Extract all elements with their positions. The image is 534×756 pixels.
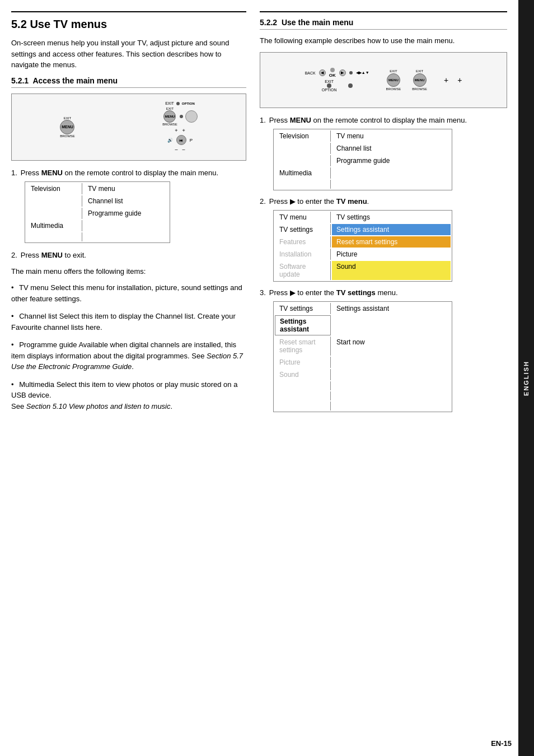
table-row: Installation Picture	[275, 249, 451, 260]
table-cell: Settings assistant	[332, 303, 451, 314]
right-intro: The following example describes how to u…	[260, 35, 507, 46]
table-row: Programme guide	[26, 208, 168, 219]
table-cell	[26, 232, 82, 241]
table-cell	[332, 381, 451, 390]
step-1-text: Press MENU on the remote control to disp…	[21, 169, 218, 177]
table-row: TV settings Settings assistant	[275, 303, 451, 314]
table-cell: Television	[26, 183, 82, 194]
table-cell	[332, 167, 451, 179]
menu-table-right-1: Television TV menu Channel list Programm…	[273, 129, 452, 190]
table-cell software-update: Software update	[275, 261, 331, 280]
table-row: Settings assistant	[275, 315, 451, 335]
table-cell: Multimedia	[26, 220, 82, 231]
table-cell: TV settings	[332, 212, 451, 223]
table-cell: Reset smart settings	[332, 236, 451, 248]
table-cell	[26, 208, 82, 219]
table-cell highlight-blue: Settings assistant	[332, 224, 451, 235]
menu-table-right-2: TV menu TV settings TV settings Settings…	[273, 210, 452, 282]
bullet-title-mm: Multimedia	[19, 380, 54, 389]
list-item-programme: • Programme guide Available when digital…	[11, 339, 246, 372]
table-cell: TV settings	[275, 303, 331, 314]
table-cell: TV menu	[83, 183, 168, 194]
table-row: Television TV menu	[275, 130, 451, 142]
table-cell: Programme guide	[332, 155, 451, 166]
list-item-channellist: • Channel list Select this item to displ…	[11, 311, 246, 333]
step-1-right-text: Press MENU on the remote control to disp…	[269, 116, 467, 124]
list-item-tvmenu: • TV menu Select this menu for installat…	[11, 282, 246, 304]
table-cell: Channel list	[332, 143, 451, 154]
table-cell: Television	[275, 130, 331, 142]
step-2-text: Press MENU to exit.	[21, 251, 86, 259]
bullet-title-tv: TV menu	[19, 283, 49, 292]
table-row: Picture	[275, 357, 451, 368]
table-row	[275, 381, 451, 390]
subsection-title-521: 5.2.1 Access the main menu	[11, 76, 246, 88]
table-row: Multimedia	[26, 220, 168, 231]
step-1-right: 1. Press MENU on the remote control to d…	[260, 116, 507, 124]
table-row	[26, 232, 168, 241]
table-cell: TV settings	[275, 224, 331, 235]
right-column: 5.2.2 Use the main menu The following ex…	[260, 11, 507, 745]
table-cell: TV menu	[275, 212, 331, 223]
table-cell	[83, 220, 168, 231]
table-row: Reset smart settings Start now	[275, 337, 451, 356]
table-cell: TV menu	[332, 130, 451, 142]
side-tab-label: ENGLISH	[523, 361, 530, 396]
step-3-right: 3. Press ▶ to enter the TV settings menu…	[260, 288, 507, 297]
step-2-right: 2. Press ▶ to enter the TV menu.	[260, 197, 507, 206]
table-cell	[332, 369, 451, 380]
list-item-multimedia: • Multimedia Select this item to view ph…	[11, 379, 246, 412]
step-2-left: 2. Press MENU to exit.	[11, 251, 246, 259]
table-row	[275, 402, 451, 410]
table-row: Features Reset smart settings	[275, 236, 451, 248]
table-row: TV menu TV settings	[275, 212, 451, 223]
table-cell	[26, 195, 82, 207]
step-1-left: 1. Press MENU on the remote control to d…	[11, 169, 246, 177]
table-cell: Programme guide	[83, 208, 168, 219]
step-2-num: 2.	[11, 251, 17, 259]
table-cell	[275, 143, 331, 154]
step-3-right-num: 3.	[260, 288, 266, 297]
remote-left: EXIT MENU BROWSE	[60, 116, 75, 138]
main-content: 5.2 Use TV menus On-screen menus help yo…	[0, 0, 518, 756]
bullet-title-ch: Channel list	[19, 312, 57, 320]
bullet-title-pg: Programme guide	[19, 340, 77, 349]
table-row: Software update Sound	[275, 261, 451, 280]
intro-text: On-screen menus help you install your TV…	[11, 38, 246, 71]
step-1-right-num: 1.	[260, 116, 266, 124]
menu-table-1-left: Television TV menu Channel list Programm…	[25, 181, 170, 243]
step-2-right-num: 2.	[260, 197, 266, 206]
remote-plus-buttons: + +	[444, 76, 462, 85]
table-cell: Installation	[275, 249, 331, 260]
subsection-title-522: 5.2.2 Use the main menu	[260, 18, 507, 30]
table-row: Multimedia	[275, 167, 451, 179]
step-1-num: 1.	[11, 169, 17, 177]
table-row: Sound	[275, 369, 451, 380]
left-column: 5.2 Use TV menus On-screen menus help yo…	[11, 11, 246, 745]
table-cell	[83, 232, 168, 241]
remote-illustration-left: EXIT MENU BROWSE EXIT OPTION	[11, 94, 246, 161]
remote-menu-buttons: EXIT MENU BROWSE EXIT MENU BROWSE	[386, 69, 427, 91]
table-cell: Reset smart settings	[275, 337, 331, 356]
table-cell: Sound	[275, 369, 331, 380]
side-tab-bar: ENGLISH	[518, 0, 534, 756]
page-container: ENGLISH 5.2 Use TV menus On-screen menus…	[0, 0, 534, 756]
table-cell	[275, 381, 331, 390]
remote-illustration-right: BACK ◀ OK ▶ ◀▶▲▼	[260, 52, 507, 108]
step-2-right-text: Press ▶ to enter the TV menu.	[269, 197, 369, 206]
table-cell: Picture	[332, 249, 451, 260]
table-cell: Picture	[275, 357, 331, 368]
bullet-list: • TV menu Select this menu for installat…	[11, 282, 246, 412]
two-column-layout: 5.2 Use TV menus On-screen menus help yo…	[11, 11, 507, 745]
table-cell	[275, 180, 331, 189]
after-steps-text: The main menu offers the following items…	[11, 266, 246, 277]
table-cell: Multimedia	[275, 167, 331, 179]
table-row: Channel list	[26, 195, 168, 207]
remote-right-inner: BACK ◀ OK ▶ ◀▶▲▼	[305, 68, 462, 92]
table-cell	[332, 180, 451, 189]
section-title: 5.2 Use TV menus	[11, 18, 246, 31]
table-cell: Sound	[332, 261, 451, 280]
table-cell	[332, 315, 451, 335]
table-cell	[332, 357, 451, 368]
table-cell	[332, 402, 451, 410]
